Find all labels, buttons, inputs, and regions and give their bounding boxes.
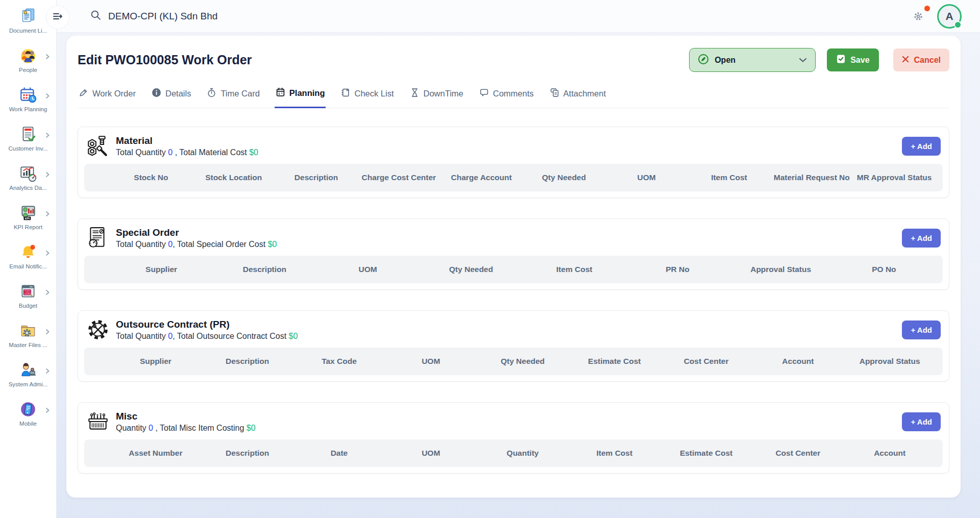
sidebar-item-mobile[interactable]: Mobile [0, 397, 56, 436]
cancel-button[interactable]: Cancel [893, 48, 949, 71]
add-misc-button[interactable]: + Add [902, 412, 941, 431]
cost-value: $0 [249, 148, 258, 157]
sidebar-item-label: Mobile [19, 421, 37, 427]
cancel-label: Cancel [914, 56, 941, 65]
chevron-right-icon [45, 406, 50, 415]
chevron-right-icon [45, 53, 50, 62]
material-section: Material Total Quantity 0 , Total Materi… [78, 127, 949, 198]
misc-section: Misc Quantity 0 , Total Misc Item Costin… [78, 402, 949, 474]
column-header: UOM [316, 265, 420, 274]
save-label: Save [850, 56, 869, 65]
quantity-value: 0 [149, 424, 153, 432]
close-icon [902, 56, 909, 65]
column-header: Item Cost [569, 449, 660, 458]
status-label: Open [715, 56, 736, 65]
save-button[interactable]: Save [827, 48, 878, 71]
chevron-right-icon [45, 328, 50, 337]
outsource-contract-section: Outsource Contract (PR) Total Quantity 0… [78, 310, 949, 382]
tab-label: Details [165, 89, 191, 98]
column-header: Charge Cost Center [357, 173, 440, 182]
sidebar-item-analytics-dashboard[interactable]: Analytics Da... [0, 161, 56, 201]
column-header: Cost Center [660, 357, 752, 366]
pen-icon [79, 88, 88, 100]
section-summary: Total Quantity 0, Total Outsource Contra… [116, 332, 298, 341]
people-icon [19, 46, 37, 65]
sidebar: Document Li... People Work Planning Cust… [0, 0, 57, 518]
global-search[interactable] [90, 10, 913, 22]
folder-gear-icon [19, 322, 37, 340]
chevron-right-icon [45, 170, 50, 180]
section-title: Special Order [116, 227, 277, 238]
sidebar-item-label: Master Files ... [9, 342, 47, 348]
special-order-table-header: SupplierDescriptionUOMQty NeededItem Cos… [84, 256, 943, 283]
sidebar-item-budget[interactable]: BUY Budget [0, 279, 56, 318]
column-header: PR No [626, 265, 729, 274]
sidebar-item-people[interactable]: People [0, 43, 56, 83]
bell-icon [19, 243, 37, 261]
tab-work-order[interactable]: Work Order [78, 85, 137, 108]
invoice-icon [19, 125, 37, 143]
settings-button[interactable] [913, 11, 924, 22]
comment-icon [479, 88, 489, 100]
avatar-letter: A [945, 10, 953, 22]
budget-icon: BUY [19, 282, 37, 301]
add-special-order-button[interactable]: + Add [902, 229, 941, 248]
sidebar-item-label: KPI Report [14, 224, 42, 230]
sidebar-item-master-files[interactable]: Master Files ... [0, 318, 56, 358]
tab-downtime[interactable]: DownTime [409, 85, 464, 108]
column-header: Account [844, 449, 936, 458]
column-header: Description [202, 449, 293, 458]
tab-attachment[interactable]: Attachment [549, 85, 607, 108]
column-header: Qty Needed [420, 265, 523, 274]
analytics-icon [19, 164, 37, 183]
section-summary: Total Quantity 0, Total Special Order Co… [116, 240, 277, 249]
sidebar-item-work-planning[interactable]: Work Planning [0, 83, 56, 122]
column-header: Stock Location [192, 173, 275, 182]
notification-dot [924, 6, 930, 11]
tab-time-card[interactable]: Time Card [206, 85, 260, 108]
tab-bar: Work Order Details Time Card Planning Ch… [78, 85, 949, 108]
kpi-icon: KPI [19, 204, 37, 222]
add-outsource-button[interactable]: + Add [902, 320, 941, 339]
chevron-right-icon [45, 288, 50, 298]
topbar: A [57, 0, 980, 33]
column-header: Supplier [110, 265, 213, 274]
tab-comments[interactable]: Comments [478, 85, 535, 108]
column-header: Quantity [477, 449, 569, 458]
misc-icon [86, 410, 110, 433]
svg-text:BUY: BUY [24, 290, 31, 294]
search-input[interactable] [108, 11, 363, 22]
sidebar-item-label: People [19, 67, 37, 73]
tab-label: Check List [354, 89, 394, 98]
column-header: MR Approval Status [853, 173, 936, 182]
column-header: Stock No [110, 173, 192, 182]
add-material-button[interactable]: + Add [902, 137, 941, 156]
tab-planning[interactable]: Planning [275, 85, 326, 108]
tab-check-list[interactable]: Check List [339, 85, 395, 108]
sidebar-item-kpi-report[interactable]: KPI KPI Report [0, 201, 56, 240]
hourglass-icon [410, 88, 420, 100]
tab-details[interactable]: Details [151, 85, 192, 108]
page-header: Edit PWO100085 Work Order Open Save [78, 36, 949, 72]
column-header: PO No [832, 265, 936, 274]
column-header: Item Cost [523, 265, 626, 274]
page-title: Edit PWO100085 Work Order [78, 53, 689, 67]
sidebar-item-label: Budget [19, 303, 37, 309]
avatar[interactable]: A [937, 4, 962, 29]
sidebar-item-customer-invoice[interactable]: Customer Inv... [0, 122, 56, 161]
chevron-right-icon [45, 92, 50, 101]
column-header: Supplier [110, 357, 202, 366]
column-header: Description [202, 357, 293, 366]
column-header: Date [293, 449, 385, 458]
search-icon [90, 10, 101, 22]
sidebar-toggle-button[interactable] [46, 6, 69, 29]
section-summary: Total Quantity 0 , Total Material Cost $… [116, 148, 258, 157]
sidebar-item-system-admin[interactable]: System Admi... [0, 358, 56, 397]
cost-value: $0 [289, 332, 298, 340]
tab-label: Time Card [220, 89, 259, 98]
status-dropdown[interactable]: Open [689, 48, 816, 72]
sidebar-item-email-notification[interactable]: Email Notific... [0, 240, 56, 279]
material-table-header: Stock NoStock LocationDescriptionCharge … [84, 164, 943, 191]
save-check-icon [836, 54, 846, 66]
tab-label: Attachment [564, 89, 606, 98]
